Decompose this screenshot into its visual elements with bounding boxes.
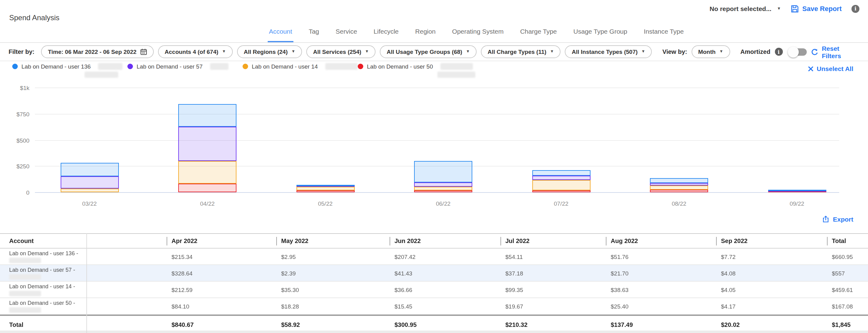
report-selector-label: No report selected... xyxy=(710,5,772,12)
col-header-account[interactable]: Account xyxy=(0,237,166,244)
table-row-lab-on-demand-user-14: Lab on Demand - user 14 -$212.59$35.30$3… xyxy=(0,281,868,298)
unselect-all-button[interactable]: Unselect All xyxy=(808,65,853,72)
col-header-total[interactable]: Total xyxy=(827,237,868,245)
value-cell: $54.11 xyxy=(500,253,606,260)
tab-region[interactable]: Region xyxy=(414,25,437,43)
filter-pill-all-charge-types[interactable]: All Charge Types (11)▼ xyxy=(481,45,561,58)
table-row-lab-on-demand-user-136: Lab on Demand - user 136 -$215.34$2.95$2… xyxy=(0,248,868,265)
tab-charge-type[interactable]: Charge Type xyxy=(519,25,558,43)
bar-segment-lab-on-demand-user-50 xyxy=(296,190,354,192)
tab-account[interactable]: Account xyxy=(268,25,293,43)
bar-08-22 xyxy=(650,88,708,192)
col-header-sep-2022[interactable]: Sep 2022 xyxy=(716,237,827,245)
col-header-jun-2022[interactable]: Jun 2022 xyxy=(390,237,500,245)
y-axis-tick-label: $250 xyxy=(2,163,29,170)
amortized-toggle[interactable] xyxy=(789,48,806,56)
x-axis-tick-label: 05/22 xyxy=(296,200,354,207)
value-cell: $2.95 xyxy=(276,253,390,260)
total-value-cell: $1,845 xyxy=(827,321,868,328)
chevron-down-icon: ▼ xyxy=(777,7,781,11)
refresh-icon xyxy=(811,48,818,56)
save-report-button[interactable]: Save Report xyxy=(791,5,842,12)
filter-pill-all-instance-types[interactable]: All Instance Types (507)▼ xyxy=(565,45,652,58)
col-header-jul-2022[interactable]: Jul 2022 xyxy=(500,237,606,245)
horizontal-scrollbar[interactable] xyxy=(0,331,868,333)
view-by-dropdown[interactable]: Month ▼ xyxy=(691,45,730,58)
filter-pill-label: All Regions (24) xyxy=(244,48,288,55)
value-cell: $84.10 xyxy=(166,303,276,309)
spend-chart: $1k$750$500$250003/2204/2205/2206/2207/2… xyxy=(0,82,868,202)
account-name: Lab on Demand - user 57 - xyxy=(9,267,166,273)
bar-segment-lab-on-demand-user-57 xyxy=(532,176,590,180)
value-cell: $99.35 xyxy=(500,286,606,293)
legend-item-lab-on-demand-user-136[interactable]: Lab on Demand - user 136 xyxy=(12,63,127,70)
filter-pill-all-regions[interactable]: All Regions (24)▼ xyxy=(237,45,302,58)
filter-pill-all-usage-type-groups[interactable]: All Usage Type Groups (68)▼ xyxy=(380,45,476,58)
series-color-dot xyxy=(127,64,133,69)
tab-tag[interactable]: Tag xyxy=(308,25,320,43)
value-cell: $35.30 xyxy=(276,286,390,293)
col-header-apr-2022[interactable]: Apr 2022 xyxy=(166,237,276,245)
account-cell: Lab on Demand - user 57 - xyxy=(0,267,166,279)
value-cell: $38.63 xyxy=(606,286,716,293)
table-header-row: AccountApr 2022May 2022Jun 2022Jul 2022A… xyxy=(0,233,868,248)
bar-segment-lab-on-demand-user-14 xyxy=(296,187,354,190)
unselect-all-label: Unselect All xyxy=(817,65,853,72)
tab-instance-type[interactable]: Instance Type xyxy=(643,25,685,43)
legend-item-lab-on-demand-user-57[interactable]: Lab on Demand - user 57 xyxy=(127,63,243,70)
amortized-info-icon[interactable]: i xyxy=(775,48,782,56)
filter-pill-all-services[interactable]: All Services (254)▼ xyxy=(306,45,375,58)
chevron-down-icon: ▼ xyxy=(291,50,295,54)
redacted-text xyxy=(210,63,228,70)
col-header-may-2022[interactable]: May 2022 xyxy=(276,237,390,245)
tab-bar: AccountTagServiceLifecycleRegionOperatin… xyxy=(268,25,685,43)
legend-item-lab-on-demand-user-50[interactable]: Lab on Demand - user 50 xyxy=(358,63,473,70)
value-cell: $2.39 xyxy=(276,270,390,276)
redacted-text xyxy=(440,63,473,70)
bar-segment-lab-on-demand-user-57 xyxy=(178,127,237,161)
value-cell: $15.45 xyxy=(390,303,500,309)
spend-analysis-page: No report selected... ▼ Save Report i Sp… xyxy=(0,0,868,333)
floppy-save-icon xyxy=(791,5,799,12)
bar-segment-lab-on-demand-user-57 xyxy=(414,182,472,187)
bar-segment-lab-on-demand-user-50 xyxy=(178,183,237,192)
chevron-down-icon: ▼ xyxy=(550,50,554,54)
bar-06-22 xyxy=(414,88,472,192)
value-cell: $7.72 xyxy=(716,253,827,260)
value-cell: $212.59 xyxy=(166,286,276,293)
table-total-row: Total$840.67$58.92$300.95$210.32$137.49$… xyxy=(0,314,868,333)
tab-lifecycle[interactable]: Lifecycle xyxy=(372,25,400,43)
value-cell: $557 xyxy=(827,270,868,276)
export-button[interactable]: Export xyxy=(822,215,853,223)
redacted-text xyxy=(9,274,41,279)
tab-service[interactable]: Service xyxy=(335,25,358,43)
value-cell: $328.64 xyxy=(166,270,276,276)
bar-segment-lab-on-demand-user-136 xyxy=(60,163,119,176)
x-axis-tick-label: 06/22 xyxy=(414,200,472,207)
y-axis-tick-label: $750 xyxy=(2,111,29,118)
save-report-label: Save Report xyxy=(802,5,842,12)
legend-label: Lab on Demand - user 14 xyxy=(252,63,318,70)
x-icon xyxy=(808,66,814,71)
reset-filters-button[interactable]: Reset Filters xyxy=(811,44,860,59)
total-value-cell: $58.92 xyxy=(276,321,390,328)
series-color-dot xyxy=(12,64,18,69)
redacted-text xyxy=(85,72,118,78)
value-cell: $37.18 xyxy=(500,270,606,276)
bar-segment-lab-on-demand-user-14 xyxy=(532,180,590,190)
filter-pill-time-06-mar-2022-06-sep-2022[interactable]: Time: 06 Mar 2022 - 06 Sep 2022 xyxy=(41,45,153,58)
page-title: Spend Analysis xyxy=(9,13,59,22)
filter-pill-accounts-4[interactable]: Accounts 4 (of 674)▼ xyxy=(158,45,233,58)
col-header-aug-2022[interactable]: Aug 2022 xyxy=(606,237,716,245)
report-selector-dropdown[interactable]: No report selected... ▼ xyxy=(710,5,781,12)
bar-04-22 xyxy=(178,88,237,192)
tab-operating-system[interactable]: Operating System xyxy=(451,25,505,43)
view-by-label: View by: xyxy=(662,48,687,55)
value-cell: $207.42 xyxy=(390,253,500,260)
tab-usage-type-group[interactable]: Usage Type Group xyxy=(572,25,628,43)
value-cell: $167.08 xyxy=(827,303,868,309)
bar-05-22 xyxy=(296,88,354,192)
filter-pill-label: All Usage Type Groups (68) xyxy=(386,48,462,55)
info-icon[interactable]: i xyxy=(851,5,860,12)
legend-item-lab-on-demand-user-14[interactable]: Lab on Demand - user 14 xyxy=(243,63,358,70)
